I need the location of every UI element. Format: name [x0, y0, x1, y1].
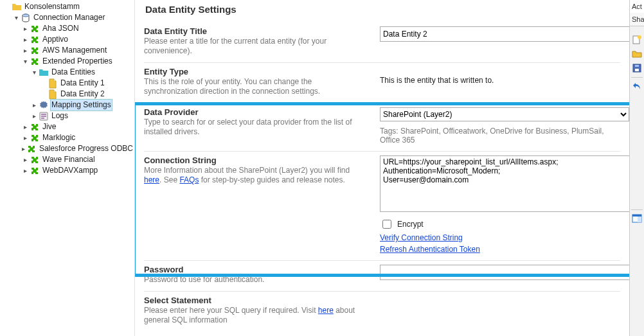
- document-icon: [48, 89, 58, 100]
- row-data-provider: Data Provider Type to search for or sele…: [144, 103, 620, 151]
- field-description: Please enter here your SQL query if requ…: [144, 306, 366, 325]
- tree-data-entity-1[interactable]: Data Entity 1: [3, 78, 134, 89]
- tree-item[interactable]: ▸ Jive: [3, 121, 134, 132]
- tree-label: Data Entity 2: [59, 89, 106, 100]
- separator: [631, 209, 643, 210]
- entity-title-input[interactable]: [380, 26, 629, 42]
- svg-rect-9: [638, 217, 641, 222]
- twisty-icon: ▸: [21, 23, 30, 34]
- svg-rect-8: [632, 215, 641, 217]
- tree-label: Salesforce Progress ODBC: [38, 143, 134, 154]
- field-label: Password: [144, 265, 366, 274]
- new-icon[interactable]: [632, 35, 642, 45]
- open-icon[interactable]: [632, 49, 642, 59]
- tree-logs[interactable]: ▸ Logs: [3, 111, 134, 121]
- row-entity-title: Data Entity Title Please enter a title f…: [144, 22, 620, 62]
- database-icon: [21, 13, 31, 23]
- field-label: Data Provider: [144, 107, 366, 117]
- tree-item[interactable]: ▸ Marklogic: [3, 132, 134, 143]
- tree-item[interactable]: ▸ Aha JSON: [3, 23, 134, 34]
- tree-item[interactable]: ▸ Salesforce Progress ODBC: [3, 143, 134, 154]
- puzzle-icon: [30, 155, 40, 165]
- tree-label: Extended Properties: [41, 56, 114, 67]
- field-label: Connection String: [144, 155, 366, 165]
- tree-label: WebDAVXampp: [41, 165, 99, 176]
- tree-data-entity-2[interactable]: Data Entity 2: [3, 89, 134, 100]
- tree-label: Wave Financial: [41, 154, 96, 165]
- main-panel: Data Entity Settings Data Entity Title P…: [135, 0, 629, 336]
- folder-icon: [12, 2, 22, 12]
- tree-label: Connection Manager: [32, 12, 106, 23]
- tree-label: Apptivo: [41, 34, 69, 45]
- field-label: Entity Type: [144, 67, 366, 76]
- row-select-statement: Select Statement Please enter here your …: [144, 291, 620, 332]
- row-connection-string: Connection String More Information about…: [144, 151, 620, 260]
- tree-item[interactable]: ▸ Wave Financial: [3, 154, 134, 165]
- entity-type-value: This is the entity that is written to.: [380, 76, 494, 85]
- field-description: Type to search for or select your data p…: [144, 118, 366, 137]
- puzzle-icon: [30, 57, 40, 67]
- rbar-tab-share[interactable]: Sha: [630, 13, 644, 26]
- tree-root[interactable]: Konsolenstamm: [3, 1, 134, 12]
- field-label: Select Statement: [144, 296, 366, 305]
- field-label: Data Entity Title: [144, 26, 366, 36]
- log-icon: [39, 111, 49, 121]
- tree-label: Aha JSON: [41, 23, 80, 34]
- tree-item[interactable]: ▸ AWS Management: [3, 45, 134, 56]
- undo-icon[interactable]: [632, 81, 642, 91]
- navigation-tree[interactable]: Konsolenstamm ▾ Connection Manager ▸ Aha…: [0, 0, 135, 336]
- tree-item[interactable]: ▸ Apptivo: [3, 34, 134, 45]
- connstring-here-link[interactable]: here: [144, 175, 159, 184]
- provider-tags: Tags: SharePoint, Officeatwork, OneDrive…: [380, 127, 624, 145]
- tree-label: Logs: [50, 111, 69, 121]
- twisty-icon: ▸: [30, 100, 39, 111]
- connstring-faqs-link[interactable]: FAQs: [179, 175, 199, 184]
- svg-rect-6: [635, 65, 639, 67]
- tree-label: Data Entities: [50, 67, 96, 78]
- save-icon[interactable]: [632, 63, 642, 73]
- svg-point-0: [22, 14, 29, 17]
- tree-mapping-settings[interactable]: ▸ Mapping Settings: [3, 100, 134, 111]
- layout-icon[interactable]: [632, 213, 642, 224]
- folder-icon: [39, 67, 49, 78]
- rbar-tab-actions[interactable]: Act: [630, 0, 644, 13]
- encrypt-label: Encrypt: [397, 220, 424, 229]
- svg-point-3: [638, 35, 641, 39]
- twisty-open-icon: ▾: [30, 67, 39, 78]
- select-here-link[interactable]: here: [318, 306, 334, 315]
- gear-icon: [39, 100, 49, 111]
- row-entity-type: Entity Type This is the role of your ent…: [144, 62, 620, 103]
- separator: [631, 77, 643, 78]
- tree-label: Jive: [41, 121, 57, 132]
- refresh-auth-link[interactable]: Refresh Authentication Token: [380, 245, 629, 254]
- puzzle-icon: [30, 24, 40, 34]
- twisty-icon: ▸: [21, 34, 30, 45]
- tree-connection-manager[interactable]: ▾ Connection Manager: [3, 12, 134, 23]
- tree-label: Data Entity 1: [59, 78, 106, 89]
- data-provider-select[interactable]: SharePoint (Layer2): [380, 107, 629, 121]
- page-title: Data Entity Settings: [145, 4, 620, 15]
- password-input[interactable]: [380, 265, 629, 280]
- field-description: More Information about the SharePoint (L…: [144, 166, 366, 185]
- document-icon: [48, 78, 58, 89]
- connection-string-input[interactable]: URL=https://your_sharepoint_list_url/All…: [380, 155, 629, 212]
- tree-item[interactable]: ▸ WebDAVXampp: [3, 165, 134, 176]
- verify-connection-link[interactable]: Verify Connection String: [380, 233, 629, 242]
- twisty-icon: ▸: [21, 165, 30, 176]
- tree-item-extended-properties[interactable]: ▾ Extended Properties: [3, 56, 134, 67]
- tree-label: AWS Management: [41, 45, 108, 56]
- twisty-open-icon: ▾: [21, 56, 30, 67]
- twisty-icon: ▸: [21, 154, 30, 165]
- twisty-open-icon: ▾: [12, 12, 21, 23]
- field-description: This is the role of your entity. You can…: [144, 77, 366, 96]
- row-password: Password Password to use for authenticat…: [144, 260, 620, 291]
- puzzle-icon: [30, 46, 40, 56]
- twisty-icon: ▸: [21, 132, 30, 143]
- twisty-icon: ▸: [21, 121, 30, 132]
- puzzle-icon: [30, 122, 40, 132]
- tree-data-entities[interactable]: ▾ Data Entities: [3, 67, 134, 78]
- field-description: Please enter a title for the current dat…: [144, 37, 366, 56]
- puzzle-icon: [30, 35, 40, 45]
- encrypt-checkbox[interactable]: [382, 220, 391, 229]
- tree-label: Mapping Settings: [50, 99, 112, 111]
